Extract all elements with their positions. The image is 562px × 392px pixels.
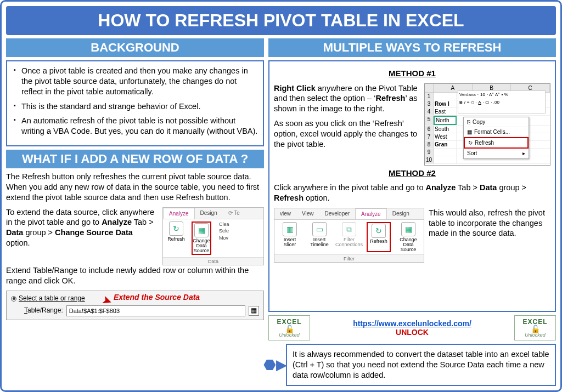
method2-row: view View Developer Analyze Design ▥Inse… <box>274 208 550 263</box>
ctx-copy[interactable]: ⎘Copy <box>464 117 529 127</box>
cell[interactable]: Row I <box>434 100 457 107</box>
newrow-p1: The Refresh button only refreshes the cu… <box>6 172 264 203</box>
lock-icon: 🔓 <box>285 325 294 333</box>
range-picker-icon[interactable]: ▦ <box>249 306 259 316</box>
cell[interactable]: North <box>434 116 457 125</box>
change-data-source-button[interactable]: ▦ Change Data Source <box>192 221 211 255</box>
newrow-p3: Extend Table/Range to include newly adde… <box>6 265 264 286</box>
pentagon-arrow-icon: ⬣▶ <box>268 344 282 386</box>
ctx-sort[interactable]: Sort▸ <box>464 149 529 158</box>
row-num[interactable]: 1 <box>425 93 434 100</box>
row-num[interactable]: 10 <box>425 156 434 163</box>
row-num[interactable]: 4 <box>425 108 434 115</box>
copy-icon: ⎘ <box>467 118 470 126</box>
page: HOW TO REFRESH PIVOT TABLE IN EXCEL BACK… <box>0 0 562 392</box>
tab-view[interactable]: View <box>296 208 319 219</box>
page-title: HOW TO REFRESH PIVOT TABLE IN EXCEL <box>6 6 556 35</box>
ribbon-tabs: view View Developer Analyze Design <box>274 208 424 220</box>
tab-review[interactable]: view <box>274 208 296 219</box>
tip-box: It is always recommended to convert the … <box>286 344 556 386</box>
refresh-icon: ↻ <box>169 221 183 236</box>
text: As soon as you click on the ‘Refresh’ op… <box>274 118 420 150</box>
logo-subtext: Unlocked <box>279 333 300 338</box>
ribbon-body: ↻ Refresh ▦ Change Data Source Clea Sele… <box>163 219 263 257</box>
newrow-p2: To extend the data source, click anywher… <box>6 207 158 248</box>
insert-slicer-button[interactable]: ▥Insert Slicer <box>278 222 302 252</box>
tab-design[interactable]: Design <box>387 208 415 219</box>
font-size[interactable]: 10 <box>480 92 485 98</box>
cell[interactable] <box>434 93 457 100</box>
right-column: MULTIPLE WAYS TO REFRESH METHOD #1 Right… <box>268 38 556 386</box>
tab-developer[interactable]: Developer <box>319 208 356 219</box>
row-num[interactable]: 6 <box>425 126 434 133</box>
bullet-item: Once a pivot table is created and then y… <box>14 66 258 97</box>
btn-label: Insert Slicer <box>278 237 302 247</box>
refresh-button[interactable]: ↻Refresh <box>367 222 391 252</box>
row-num[interactable]: 8 <box>425 141 434 148</box>
cell[interactable] <box>434 156 457 163</box>
cell[interactable]: West <box>434 133 457 140</box>
tab-analyze[interactable]: Analyze <box>163 208 195 219</box>
row-num[interactable]: 3 <box>425 100 434 107</box>
ribbon-body: ▥Insert Slicer ▭Insert Timeline ⧉Filter … <box>274 220 424 254</box>
filter-connections-button[interactable]: ⧉Filter Connections <box>337 222 361 252</box>
btn-label: Change Data Source <box>193 238 210 253</box>
cell[interactable]: South <box>434 126 457 133</box>
field-label: Table/Range: <box>24 306 63 315</box>
btn-label: Insert Timeline <box>307 237 331 247</box>
ctx-format-cells[interactable]: ▦Format Cells... <box>464 127 529 137</box>
ribbon-group: Data <box>163 257 263 265</box>
cell[interactable]: East <box>434 108 457 115</box>
newrow-content: The Refresh button only refreshes the cu… <box>6 172 264 320</box>
excel-unlocked-logo: EXCEL 🔓 Unlocked <box>514 315 556 340</box>
font-name[interactable]: Verdana <box>459 92 476 98</box>
ribbon-change-source: Analyze Design ⟳ Te ↻ Refresh ▦ Chang <box>162 207 264 266</box>
background-header: BACKGROUND <box>6 38 264 57</box>
ribbon-tabs: Analyze Design ⟳ Te <box>163 208 263 219</box>
row-num[interactable]: 9 <box>425 149 434 156</box>
background-box: Once a pivot table is created and then y… <box>6 60 264 146</box>
tab-analyze[interactable]: Analyze <box>355 208 387 219</box>
footer-links: https://www.excelunlocked.com/ UNLOCK <box>314 319 510 337</box>
slicer-icon: ▥ <box>283 222 297 236</box>
text-bold: Right Click <box>274 84 316 93</box>
footer-logos: EXCEL 🔓 Unlocked https://www.excelunlock… <box>268 315 556 340</box>
methods-box: METHOD #1 Right Click anywhere on the Pi… <box>268 60 556 312</box>
lock-icon: 🔓 <box>531 325 540 333</box>
ribbon-analyze-refresh: view View Developer Analyze Design ▥Inse… <box>274 208 424 263</box>
row-num[interactable]: 7 <box>425 133 434 140</box>
mini-toolbar: Verdana · 10 · A˄ A˅ ▪ % B I ≡ ◇ · A · ▭… <box>458 90 546 113</box>
text-bold: Refresh <box>375 94 405 103</box>
side-item[interactable]: Clea <box>219 221 229 228</box>
background-bullets: Once a pivot table is created and then y… <box>12 66 258 137</box>
change-data-source-button[interactable]: ▦Change Data Source <box>396 222 420 252</box>
side-item[interactable]: Sele <box>219 228 229 235</box>
text-bold: Analyze <box>425 183 456 192</box>
method2-p1: Click anywhere in the pivot table and go… <box>274 183 550 203</box>
cell[interactable] <box>434 149 457 156</box>
btn-label: Change Data Source <box>396 237 420 252</box>
btn-label: Refresh <box>167 237 185 242</box>
left-column: BACKGROUND Once a pivot table is created… <box>6 38 264 386</box>
btn-label: Filter Connections <box>335 237 363 247</box>
text: Tab > <box>456 183 480 192</box>
text: group > <box>23 228 55 237</box>
site-url-link[interactable]: https://www.excelunlocked.com/ <box>314 319 510 328</box>
side-item[interactable]: Mov <box>219 235 229 242</box>
refresh-icon: ↻ <box>468 139 473 146</box>
ctx-refresh[interactable]: ↻Refresh <box>464 137 529 149</box>
tab-design[interactable]: Design <box>195 208 223 219</box>
insert-timeline-button[interactable]: ▭Insert Timeline <box>307 222 331 252</box>
table-range-input[interactable]: Data!$A$1:$F$803 <box>66 305 245 316</box>
source-data-dialog: Select a table or range Table/Range: Dat… <box>6 291 264 320</box>
context-menu: ⎘Copy ▦Format Cells... ↻Refresh Sort▸ <box>463 117 529 159</box>
cell[interactable]: Gran <box>434 141 457 148</box>
refresh-button[interactable]: ↻ Refresh <box>166 221 186 255</box>
row-num[interactable]: 5 <box>425 116 434 125</box>
logo-subtext: Unlocked <box>525 333 546 338</box>
refresh-icon: ↻ <box>372 224 386 238</box>
text: Tab > <box>132 218 154 226</box>
annotation-text: Extend the Source Data <box>114 292 200 302</box>
datasource-icon: ▦ <box>194 223 209 237</box>
timeline-icon: ▭ <box>312 222 327 236</box>
